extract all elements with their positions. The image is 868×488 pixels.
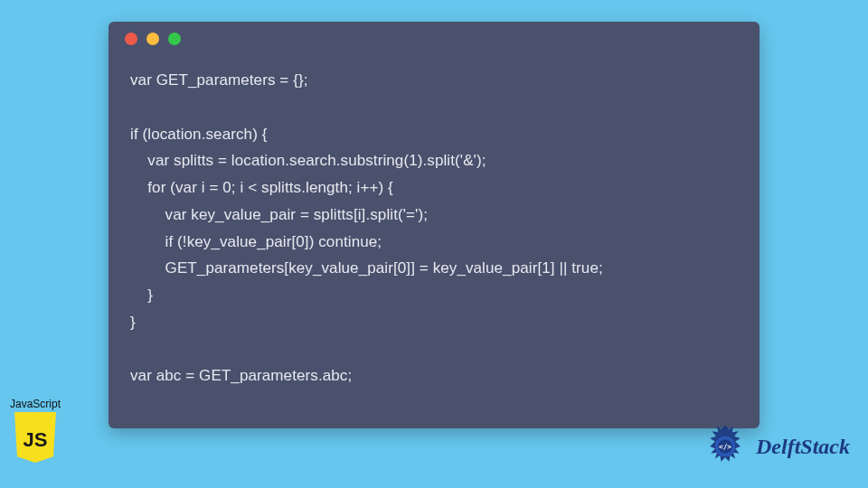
delftstack-logo-icon: </>: [700, 421, 750, 472]
javascript-badge: JavaScript JS: [5, 398, 65, 463]
code-body: var GET_parameters = {}; if (location.se…: [108, 56, 760, 406]
delftstack-brand-text: DelftStack: [756, 435, 850, 459]
window-zoom-dot[interactable]: [168, 33, 181, 45]
delftstack-brand: </> DelftStack: [700, 421, 850, 472]
window-titlebar: [108, 22, 760, 56]
code-window: var GET_parameters = {}; if (location.se…: [108, 22, 760, 428]
javascript-shield-icon: JS: [13, 412, 58, 463]
window-close-dot[interactable]: [125, 33, 137, 45]
window-minimize-dot[interactable]: [146, 33, 159, 45]
svg-text:</>: </>: [719, 443, 731, 451]
javascript-shield-text: JS: [24, 428, 48, 452]
javascript-label: JavaScript: [5, 398, 65, 410]
